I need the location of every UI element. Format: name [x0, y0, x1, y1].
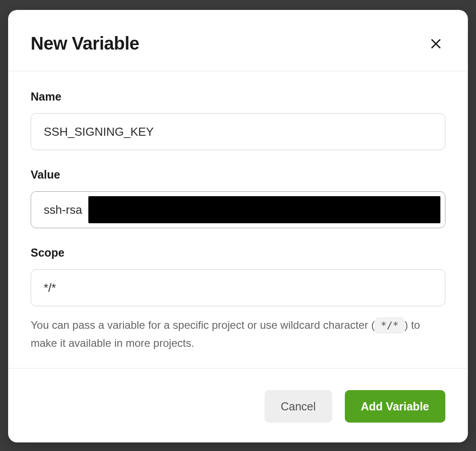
name-label: Name: [31, 90, 445, 103]
scope-help-code: */*: [375, 318, 405, 333]
value-field-group: Value ssh-rsa: [31, 168, 445, 228]
value-input-wrapper: ssh-rsa: [31, 191, 445, 228]
cancel-button[interactable]: Cancel: [265, 390, 332, 423]
close-button[interactable]: [426, 34, 445, 53]
scope-help-text: You can pass a variable for a specific p…: [31, 316, 445, 352]
scope-input[interactable]: [31, 269, 445, 306]
modal-body: Name Value ssh-rsa Scope You can pass a …: [8, 71, 468, 368]
new-variable-modal: New Variable Name Value ssh-rsa: [8, 10, 468, 442]
scope-help-prefix: You can pass a variable for a specific p…: [31, 319, 375, 331]
modal-backdrop: New Variable Name Value ssh-rsa: [0, 0, 476, 451]
close-icon: [429, 37, 443, 51]
name-input[interactable]: [31, 113, 445, 150]
value-label: Value: [31, 168, 445, 181]
modal-title: New Variable: [31, 33, 139, 54]
modal-footer: Cancel Add Variable: [8, 368, 468, 442]
add-variable-button[interactable]: Add Variable: [345, 390, 445, 423]
modal-header: New Variable: [8, 10, 468, 71]
scope-label: Scope: [31, 246, 445, 259]
name-field-group: Name: [31, 90, 445, 150]
scope-field-group: Scope You can pass a variable for a spec…: [31, 246, 445, 352]
